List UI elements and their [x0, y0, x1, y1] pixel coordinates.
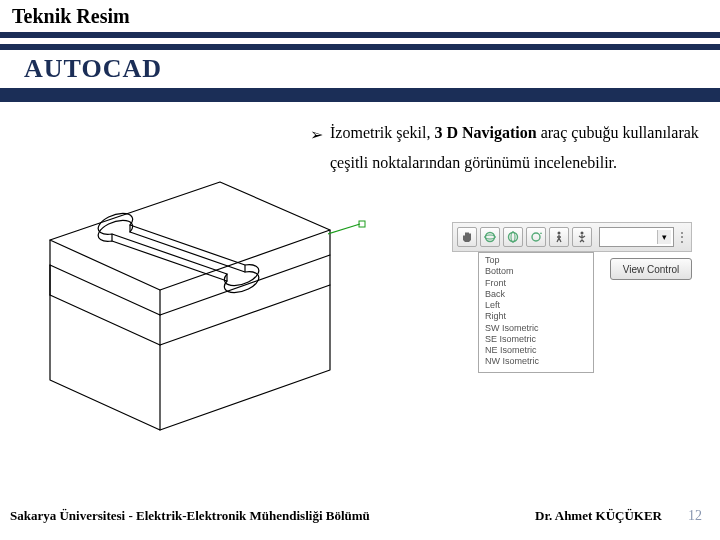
- svg-point-8: [581, 232, 584, 235]
- bullet-bold: 3 D Navigation: [434, 124, 536, 141]
- axis-marker-icon: [328, 220, 372, 246]
- list-item[interactable]: Top: [485, 255, 587, 266]
- isometric-figure: [20, 170, 360, 440]
- list-item[interactable]: SE Isometric: [485, 334, 587, 345]
- view-list[interactable]: Top Bottom Front Back Left Right SW Isom…: [478, 252, 594, 373]
- list-item[interactable]: Front: [485, 278, 587, 289]
- slide: Teknik Resim AUTOCAD ➢ İzometrik şekil, …: [0, 0, 720, 540]
- view-dropdown[interactable]: ▾: [599, 227, 674, 247]
- subtitle: AUTOCAD: [24, 54, 162, 83]
- orbit-free-icon[interactable]: [503, 227, 523, 247]
- list-item[interactable]: Back: [485, 289, 587, 300]
- svg-point-2: [486, 233, 495, 242]
- footer-author: Dr. Ahmet KÜÇÜKER: [535, 508, 662, 524]
- view-control-button[interactable]: View Control: [610, 258, 692, 280]
- svg-point-4: [509, 233, 518, 242]
- svg-line-0: [328, 224, 360, 234]
- footer: Sakarya Üniversitesi - Elektrik-Elektron…: [0, 508, 720, 524]
- footer-page: 12: [688, 508, 702, 524]
- header-stripe-bottom: [0, 88, 720, 102]
- bullet-prefix: İzometrik şekil,: [330, 124, 434, 141]
- list-item[interactable]: Bottom: [485, 266, 587, 277]
- orbit-cont-icon[interactable]: [526, 227, 546, 247]
- bullet-text: ➢ İzometrik şekil, 3 D Navigation araç ç…: [330, 118, 700, 179]
- orbit-icon[interactable]: [480, 227, 500, 247]
- svg-point-7: [558, 232, 561, 235]
- bullet-arrow-icon: ➢: [310, 120, 323, 150]
- walk-icon[interactable]: [549, 227, 569, 247]
- header-bar-1: Teknik Resim: [0, 0, 720, 38]
- chevron-down-icon: ▾: [657, 230, 671, 244]
- list-item[interactable]: SW Isometric: [485, 323, 587, 334]
- toolbar-grip-icon: ⋮: [677, 227, 687, 247]
- header-bar-2: AUTOCAD: [0, 44, 720, 102]
- list-item[interactable]: NW Isometric: [485, 356, 587, 367]
- list-item[interactable]: Right: [485, 311, 587, 322]
- view-control-label: View Control: [623, 264, 680, 275]
- footer-university: Sakarya Üniversitesi - Elektrik-Elektron…: [10, 508, 370, 524]
- list-item[interactable]: NE Isometric: [485, 345, 587, 356]
- subtitle-row: AUTOCAD: [0, 50, 720, 88]
- list-item[interactable]: Left: [485, 300, 587, 311]
- nav-toolbar: ▾ ⋮: [452, 222, 692, 252]
- hand-icon[interactable]: [457, 227, 477, 247]
- fly-icon[interactable]: [572, 227, 592, 247]
- svg-point-6: [532, 233, 540, 241]
- course-title: Teknik Resim: [12, 5, 130, 28]
